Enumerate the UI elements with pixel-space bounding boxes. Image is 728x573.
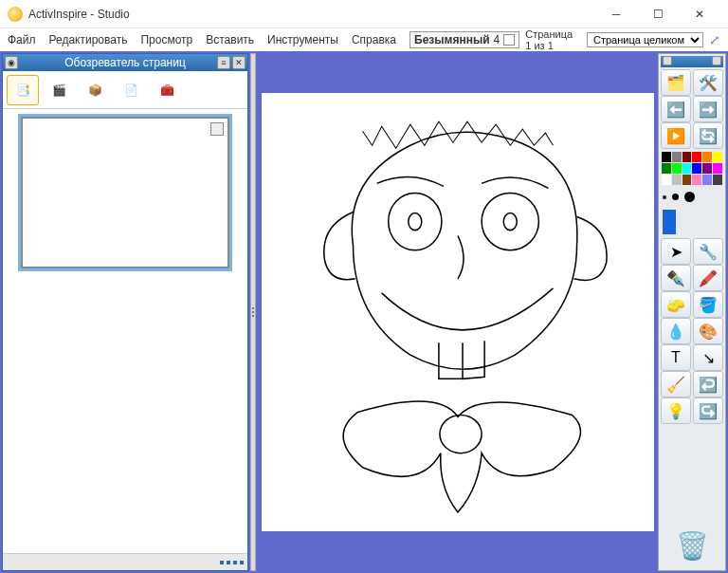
- document-tab[interactable]: Безымянный 4: [410, 31, 519, 48]
- doc-tab-index: 4: [494, 33, 500, 46]
- tool-fill[interactable]: 🪣: [693, 291, 723, 318]
- browser-pin-icon[interactable]: ◉: [5, 56, 18, 69]
- color-swatch[interactable]: [672, 152, 682, 162]
- svg-point-0: [389, 193, 442, 250]
- maximize-button[interactable]: ☐: [637, 1, 679, 28]
- tool-eraser[interactable]: 🧽: [661, 291, 691, 318]
- canvas[interactable]: [262, 93, 654, 531]
- thumbnail-menu-icon[interactable]: [210, 122, 224, 136]
- color-swatch[interactable]: [702, 175, 712, 185]
- browser-tab-strip: 📑🎬📦📄🧰: [3, 71, 247, 109]
- color-swatch[interactable]: [672, 175, 682, 185]
- page-thumbnail[interactable]: [21, 117, 229, 268]
- tool-highlighter[interactable]: 🖍️: [693, 265, 723, 291]
- tool-shapes[interactable]: 🎨: [693, 318, 723, 344]
- svg-point-3: [503, 213, 517, 231]
- browser-body: [3, 109, 247, 553]
- app-title: ActivInspire - Studio: [28, 8, 130, 21]
- window-controls: ─ ☐ ✕: [595, 1, 720, 28]
- browser-footer: [3, 553, 247, 570]
- color-palette: [661, 151, 723, 186]
- page-browser-panel: ◉ Обозреватель страниц ≡ ✕ 📑🎬📦📄🧰: [2, 53, 248, 571]
- tool-clear[interactable]: 🧹: [661, 371, 691, 397]
- color-swatch[interactable]: [672, 163, 682, 174]
- document-tab-area: Безымянный 4 Страница 1 из 1 Страница це…: [410, 28, 720, 51]
- browser-tab-notes[interactable]: 📄: [115, 75, 147, 105]
- zoom-select[interactable]: Страница целиком: [587, 32, 703, 47]
- browser-title: Обозреватель страниц: [64, 56, 186, 69]
- color-swatch[interactable]: [662, 175, 671, 185]
- color-swatch[interactable]: [692, 163, 701, 174]
- browser-menu-icon[interactable]: ≡: [217, 56, 230, 69]
- tool-spotlight[interactable]: 💡: [661, 397, 691, 424]
- tool-main-menu[interactable]: 🗂️: [661, 69, 691, 96]
- color-swatch[interactable]: [692, 152, 701, 162]
- color-swatch[interactable]: [682, 163, 692, 174]
- size-medium[interactable]: [672, 194, 679, 200]
- color-swatch[interactable]: [692, 175, 701, 185]
- color-swatch[interactable]: [713, 163, 722, 174]
- tool-text[interactable]: T: [661, 344, 691, 371]
- fullscreen-icon[interactable]: ⤢: [709, 32, 720, 47]
- browser-close-icon[interactable]: ✕: [232, 56, 246, 69]
- strip-pin-icon[interactable]: [663, 56, 672, 65]
- browser-tab-resources[interactable]: 🎬: [43, 75, 75, 105]
- browser-tab-properties[interactable]: 🧰: [151, 75, 183, 105]
- tool-reset[interactable]: 🔄: [693, 122, 723, 149]
- tool-prev-page[interactable]: ⬅️: [661, 96, 691, 122]
- color-swatch[interactable]: [662, 152, 671, 162]
- close-button[interactable]: ✕: [679, 1, 720, 28]
- drawing: [262, 93, 654, 531]
- trash-bin-icon[interactable]: 🗑️: [671, 525, 713, 566]
- size-small[interactable]: [663, 195, 666, 199]
- tool-strip-header: [661, 56, 723, 67]
- page-indicator: Страница 1 из 1: [525, 28, 581, 51]
- doc-tab-label: Безымянный: [414, 33, 490, 46]
- menu-help[interactable]: Справка: [352, 33, 396, 46]
- size-large[interactable]: [684, 192, 695, 202]
- svg-point-1: [409, 213, 422, 231]
- tool-next-page[interactable]: ➡️: [693, 96, 723, 122]
- doc-tab-icon: [503, 34, 515, 46]
- titlebar: ActivInspire - Studio ─ ☐ ✕: [0, 0, 728, 28]
- tool-strip: 🗂️🛠️⬅️➡️▶️🔄 ➤🔧✒️🖍️🧽🪣💧🎨T↘🧹↩️💡↪️ 🗑️: [658, 53, 726, 571]
- workspace: ◉ Обозреватель страниц ≡ ✕ 📑🎬📦📄🧰: [0, 51, 728, 573]
- menu-tools[interactable]: Инструменты: [267, 33, 338, 46]
- strip-menu-icon[interactable]: [712, 56, 721, 65]
- tool-picker[interactable]: 💧: [661, 318, 691, 344]
- tool-undo[interactable]: ↩️: [693, 371, 723, 397]
- browser-tab-pages[interactable]: 📑: [7, 75, 39, 105]
- tool-redo[interactable]: ↪️: [693, 397, 723, 424]
- color-swatch[interactable]: [713, 175, 722, 185]
- tool-tools[interactable]: 🔧: [693, 238, 723, 265]
- tool-pen[interactable]: ✒️: [661, 265, 691, 291]
- current-color-swatch[interactable]: [663, 210, 676, 234]
- browser-drag-handle[interactable]: [250, 53, 256, 571]
- brush-sizes: [661, 188, 723, 206]
- tool-select[interactable]: ➤: [661, 238, 691, 265]
- menu-insert[interactable]: Вставить: [206, 33, 254, 46]
- menubar: Файл Редактировать Просмотр Вставить Инс…: [0, 28, 728, 51]
- browser-title-bar: ◉ Обозреватель страниц ≡ ✕: [3, 54, 247, 71]
- app-icon: [8, 7, 23, 22]
- menu-edit[interactable]: Редактировать: [49, 33, 128, 46]
- color-swatch[interactable]: [682, 152, 692, 162]
- tool-settings[interactable]: 🛠️: [693, 69, 723, 96]
- color-swatch[interactable]: [702, 152, 712, 162]
- browser-tab-objects[interactable]: 📦: [79, 75, 111, 105]
- svg-point-4: [440, 415, 482, 453]
- tool-connector[interactable]: ↘: [693, 344, 723, 371]
- menu-file[interactable]: Файл: [8, 33, 36, 46]
- color-swatch[interactable]: [662, 163, 671, 174]
- color-swatch[interactable]: [713, 152, 722, 162]
- menu-view[interactable]: Просмотр: [140, 33, 192, 46]
- svg-point-2: [482, 193, 538, 250]
- color-swatch[interactable]: [702, 163, 712, 174]
- minimize-button[interactable]: ─: [595, 1, 637, 28]
- tool-play[interactable]: ▶️: [661, 122, 691, 149]
- color-swatch[interactable]: [682, 175, 692, 185]
